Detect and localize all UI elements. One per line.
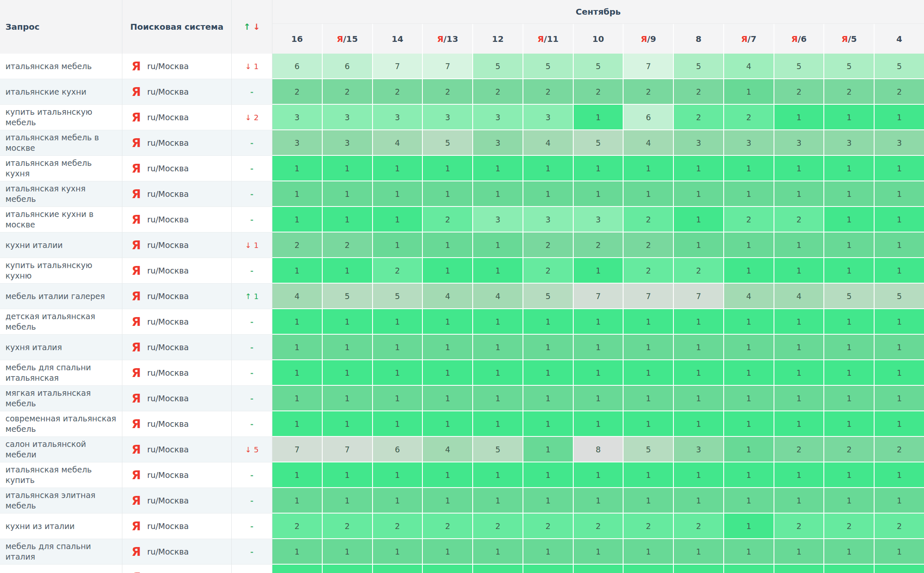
query-cell[interactable]: мебель для спальни италия	[0, 539, 122, 565]
query-cell[interactable]: салон итальянской мебели	[0, 437, 122, 462]
query-cell[interactable]: итальянская кухня мебель	[0, 181, 122, 207]
query-cell[interactable]	[0, 565, 122, 573]
position-cell: 1	[674, 309, 724, 335]
position-cell: 2	[724, 207, 774, 232]
position-cell: 7	[624, 284, 674, 309]
table-row[interactable]: купить итальянскую мебельЯru/Москва↓ 233…	[0, 105, 924, 130]
position-cell: 3	[674, 130, 724, 156]
position-cell: 2	[624, 232, 674, 258]
yandex-icon: Я	[132, 469, 141, 481]
position-cell: 1	[272, 488, 323, 514]
yandex-icon: Я	[132, 86, 141, 98]
position-cell: 7	[574, 284, 624, 309]
date-column-header[interactable]: Я/11	[523, 24, 574, 54]
yandex-icon: Я	[132, 495, 141, 507]
position-cell: 1	[323, 565, 373, 573]
query-cell[interactable]: итальянская мебель	[0, 54, 122, 79]
position-cell: 1	[373, 462, 423, 488]
table-row[interactable]: детская итальянская мебельЯru/Москва-111…	[0, 309, 924, 335]
table-row[interactable]: салон итальянской мебелиЯru/Москва↓ 5776…	[0, 437, 924, 462]
position-cell: 1	[323, 488, 373, 514]
query-cell[interactable]: итальянская элитная мебель	[0, 488, 122, 514]
query-cell[interactable]: мебель италии галерея	[0, 284, 122, 309]
yandex-icon: Я	[132, 546, 141, 558]
engine-cell: Яru/Москва	[122, 54, 232, 79]
query-cell[interactable]: кухня италия	[0, 335, 122, 360]
date-column-header[interactable]: 4	[875, 24, 924, 54]
position-cell: 1	[724, 514, 774, 539]
position-cell: 1	[674, 488, 724, 514]
date-column-header[interactable]: 8	[674, 24, 724, 54]
table-row[interactable]: купить итальянскую кухнюЯru/Москва-11211…	[0, 258, 924, 284]
date-column-header[interactable]: Я/5	[824, 24, 875, 54]
query-cell[interactable]: кухни из италии	[0, 514, 122, 539]
position-cell: 1	[272, 411, 323, 437]
table-row[interactable]: итальянская мебельЯru/Москва↓ 1667755575…	[0, 54, 924, 79]
table-row[interactable]: кухня италияЯru/Москва-1111111111111	[0, 335, 924, 360]
engine-cell: Яru/Москва	[122, 105, 232, 130]
position-cell: 1	[824, 232, 875, 258]
date-column-header[interactable]: Я/9	[624, 24, 674, 54]
table-row[interactable]: итальянская мебель купитьЯru/Москва-1111…	[0, 462, 924, 488]
position-cell: 1	[824, 462, 875, 488]
change-cell: -	[232, 258, 272, 284]
position-cell: 1	[824, 156, 875, 181]
table-row[interactable]: мебель для спальни итальянскаяЯru/Москва…	[0, 360, 924, 386]
table-row[interactable]: кухни италииЯru/Москва↓ 12211122211111	[0, 232, 924, 258]
engine-cell: Яru/Москва	[122, 411, 232, 437]
engine-cell: Яru/Москва	[122, 258, 232, 284]
yandex-icon: Я	[132, 137, 141, 149]
query-cell[interactable]: мягкая итальянская мебель	[0, 386, 122, 411]
engine-cell: Яru/Москва	[122, 232, 232, 258]
query-cell[interactable]: итальянские кухни	[0, 79, 122, 105]
position-cell: 2	[373, 514, 423, 539]
column-header-change-sort[interactable]: ↑ ↓	[232, 0, 272, 54]
query-cell[interactable]: итальянская мебель в москве	[0, 130, 122, 156]
position-cell: 1	[624, 462, 674, 488]
position-cell: 1	[574, 411, 624, 437]
position-cell: 4	[373, 130, 423, 156]
position-cell: 4	[473, 284, 523, 309]
query-cell[interactable]: современная итальянская мебель	[0, 411, 122, 437]
query-cell[interactable]: мебель для спальни итальянская	[0, 360, 122, 386]
position-cell: 1	[373, 488, 423, 514]
table-row[interactable]: современная итальянская мебельЯru/Москва…	[0, 411, 924, 437]
table-row[interactable]: итальянская мебель в москвеЯru/Москва-33…	[0, 130, 924, 156]
position-cell: 1	[373, 539, 423, 565]
position-cell: 1	[724, 258, 774, 284]
table-row[interactable]: итальянская элитная мебельЯru/Москва-111…	[0, 488, 924, 514]
date-column-header[interactable]: 10	[574, 24, 624, 54]
query-cell[interactable]: кухни италии	[0, 232, 122, 258]
table-row[interactable]: Яru/Москва-1111111111111	[0, 565, 924, 573]
position-cell: 1	[423, 156, 473, 181]
query-cell[interactable]: итальянская мебель купить	[0, 462, 122, 488]
query-cell[interactable]: купить итальянскую мебель	[0, 105, 122, 130]
date-column-header[interactable]: Я/7	[724, 24, 774, 54]
query-cell[interactable]: итальянская мебель кухня	[0, 156, 122, 181]
date-column-header[interactable]: 12	[473, 24, 523, 54]
table-row[interactable]: итальянские кухниЯru/Москва-222222222122…	[0, 79, 924, 105]
engine-region-label: ru/Москва	[147, 445, 189, 454]
column-header-query[interactable]: Запрос	[0, 0, 122, 54]
table-row[interactable]: итальянская кухня мебельЯru/Москва-11111…	[0, 181, 924, 207]
position-cell: 1	[774, 105, 825, 130]
query-cell[interactable]: купить итальянскую кухню	[0, 258, 122, 284]
query-cell[interactable]: детская итальянская мебель	[0, 309, 122, 335]
change-cell: -	[232, 488, 272, 514]
position-cell: 1	[473, 411, 523, 437]
query-cell[interactable]: итальянские кухни в москве	[0, 207, 122, 232]
date-column-header[interactable]: 16	[272, 24, 323, 54]
table-row[interactable]: итальянские кухни в москвеЯru/Москва-111…	[0, 207, 924, 232]
table-row[interactable]: итальянская мебель кухняЯru/Москва-11111…	[0, 156, 924, 181]
date-column-header[interactable]: Я/6	[774, 24, 825, 54]
position-cell: 2	[824, 79, 875, 105]
table-row[interactable]: мягкая итальянская мебельЯru/Москва-1111…	[0, 386, 924, 411]
date-column-header[interactable]: Я/13	[423, 24, 473, 54]
table-row[interactable]: мебель италии галереяЯru/Москва↑ 1455445…	[0, 284, 924, 309]
table-row[interactable]: кухни из италииЯru/Москва-2222222221222	[0, 514, 924, 539]
date-column-header[interactable]: Я/15	[323, 24, 373, 54]
table-row[interactable]: мебель для спальни италияЯru/Москва-1111…	[0, 539, 924, 565]
change-cell: ↓ 1	[232, 54, 272, 79]
date-column-header[interactable]: 14	[373, 24, 423, 54]
position-cell: 1	[323, 181, 373, 207]
